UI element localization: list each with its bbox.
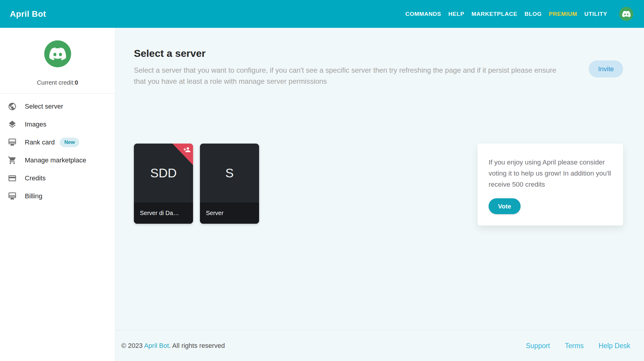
- sidebar-item-label: Billing: [25, 192, 42, 200]
- footer-link-terms[interactable]: Terms: [565, 342, 584, 350]
- credit-label: Current credit:: [37, 79, 75, 86]
- vote-button[interactable]: Vote: [489, 198, 521, 214]
- layers-icon: [8, 120, 17, 129]
- copyright-suffix: . All rights reserved: [169, 342, 225, 349]
- globe-icon: [8, 102, 17, 111]
- server-name: Server di Da…: [134, 202, 193, 224]
- user-avatar[interactable]: [619, 7, 633, 21]
- server-initials: S: [200, 144, 259, 202]
- new-badge: New: [60, 138, 79, 147]
- nav-help[interactable]: HELP: [448, 11, 464, 17]
- current-credit: Current credit:0: [0, 79, 115, 93]
- footer-link-help-desk[interactable]: Help Desk: [599, 342, 630, 350]
- content-area: Select a server Select a server that you…: [115, 28, 644, 330]
- nav-marketplace[interactable]: MARKETPLACE: [472, 11, 517, 17]
- brand-logo[interactable]: April Bot: [10, 9, 46, 19]
- sidebar-profile: Current credit:0: [0, 28, 115, 93]
- sidebar-item-label: Credits: [25, 174, 46, 182]
- shopping-cart-icon: [8, 156, 17, 165]
- nav-utility[interactable]: UTILITY: [584, 11, 607, 17]
- person-add-icon: [183, 146, 191, 153]
- page-body: Current credit:0 Select server Images Ra…: [0, 28, 644, 361]
- main-nav: COMMANDS HELP MARKETPLACE BLOG PREMIUM U…: [406, 7, 633, 21]
- top-navbar: April Bot COMMANDS HELP MARKETPLACE BLOG…: [0, 0, 644, 28]
- footer-link-support[interactable]: Support: [526, 342, 550, 350]
- footer: © 2023 April Bot. All rights reserved Su…: [115, 330, 644, 361]
- credit-value: 0: [75, 79, 78, 86]
- server-card-s[interactable]: S Server: [200, 144, 259, 224]
- sidebar-item-label: Rank card: [25, 138, 55, 146]
- discord-icon: [49, 45, 66, 62]
- sidebar-item-rank-card[interactable]: Rank card New: [0, 133, 115, 151]
- page-title: Select a server: [134, 48, 558, 59]
- page-description: Select a server that you want to configu…: [134, 65, 558, 87]
- sidebar-item-select-server[interactable]: Select server: [0, 98, 115, 115]
- footer-links: Support Terms Help Desk: [526, 342, 630, 350]
- page-header: Select a server Select a server that you…: [134, 48, 623, 87]
- copyright: © 2023 April Bot. All rights reserved: [121, 342, 225, 350]
- nav-blog[interactable]: BLOG: [524, 11, 542, 17]
- sidebar-item-manage-marketplace[interactable]: Manage marketplace: [0, 151, 115, 169]
- discord-icon: [622, 10, 631, 18]
- app: April Bot COMMANDS HELP MARKETPLACE BLOG…: [0, 0, 644, 361]
- sidebar-item-label: Images: [25, 121, 46, 128]
- nav-commands[interactable]: COMMANDS: [406, 11, 441, 17]
- vote-message: If you enjoy using April please consider…: [489, 157, 619, 190]
- sidebar-item-label: Manage marketplace: [25, 156, 86, 164]
- sidebar: Current credit:0 Select server Images Ra…: [0, 28, 115, 361]
- main-content: Select a server Select a server that you…: [115, 28, 644, 361]
- sidebar-menu: Select server Images Rank card New Manag…: [0, 94, 115, 205]
- server-grid: SDD Server di Da… S Server: [134, 144, 259, 224]
- sidebar-item-images[interactable]: Images: [0, 115, 115, 133]
- invite-button[interactable]: Invite: [589, 60, 623, 77]
- server-name: Server: [200, 202, 259, 224]
- card-membership-icon: [8, 192, 17, 201]
- copyright-prefix: © 2023: [121, 342, 144, 349]
- card-membership-icon: [8, 138, 17, 147]
- sidebar-item-credits[interactable]: Credits: [0, 169, 115, 187]
- vote-card: If you enjoy using April please consider…: [478, 144, 623, 226]
- sidebar-item-billing[interactable]: Billing: [0, 187, 115, 205]
- credit-card-icon: [8, 174, 17, 183]
- page-header-text: Select a server Select a server that you…: [134, 48, 558, 87]
- content-row: SDD Server di Da… S Server If you e: [134, 144, 623, 226]
- footer-brand-link[interactable]: April Bot: [144, 342, 169, 349]
- nav-premium[interactable]: PREMIUM: [549, 11, 577, 17]
- server-card-sdd[interactable]: SDD Server di Da…: [134, 144, 193, 224]
- bot-avatar[interactable]: [44, 40, 71, 67]
- sidebar-item-label: Select server: [25, 103, 63, 110]
